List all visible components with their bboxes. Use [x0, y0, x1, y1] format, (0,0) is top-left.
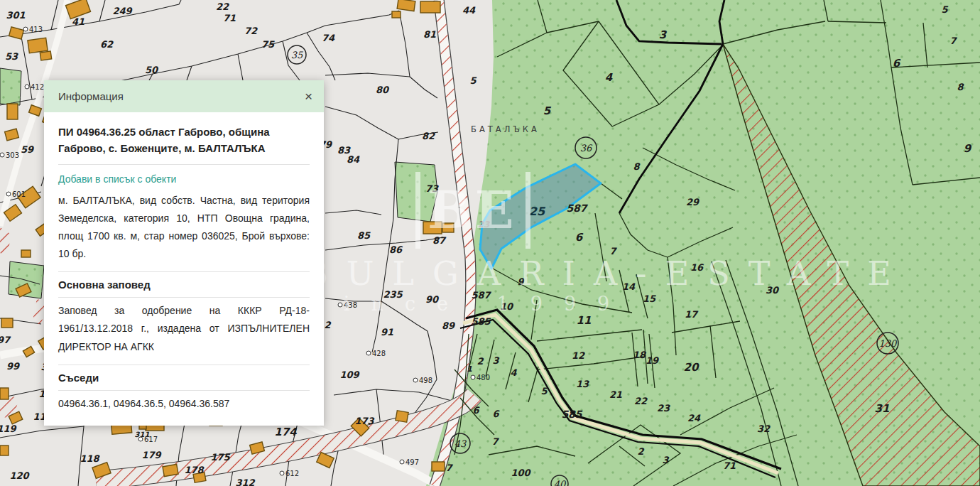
- parcel-label: 22: [216, 1, 229, 12]
- building: [7, 104, 18, 119]
- survey-point-icon: [138, 437, 143, 441]
- order-text: Заповед за одобрение на КККР РД-18-1961/…: [58, 302, 310, 356]
- building: [442, 223, 454, 232]
- parcel-label: 72: [244, 26, 258, 36]
- parcel-label: 3: [492, 355, 499, 366]
- parcel-label: 75: [261, 39, 275, 50]
- parcel-label: 23: [657, 403, 670, 414]
- parcel-label: 173: [354, 416, 374, 426]
- building: [423, 222, 442, 234]
- survey-point-label: 612: [285, 470, 299, 477]
- building: [28, 38, 48, 53]
- parcel-label: 174: [274, 426, 297, 438]
- building: [40, 51, 51, 60]
- parcel-label: 5: [543, 104, 552, 117]
- parcel-label: 6: [575, 231, 584, 244]
- parcel-label: 12: [572, 350, 585, 361]
- parcel-label: 119: [0, 423, 18, 434]
- massif-number: 40: [554, 479, 567, 486]
- parcel-label: 301: [6, 10, 25, 21]
- parcel-label: 71: [723, 460, 736, 471]
- survey-point-label: 303: [6, 151, 19, 159]
- info-popup-body: ПИ 04964.36.25 област Габрово, община Га…: [44, 112, 324, 426]
- massif-number: 130: [879, 338, 898, 349]
- massif-number: 43: [454, 438, 467, 449]
- parcel-label: 31: [875, 402, 890, 415]
- parcel-label: 99: [6, 361, 21, 372]
- parcel-label: 30: [766, 285, 780, 296]
- parcel-label: 3: [659, 28, 668, 41]
- survey-point-icon: [6, 192, 11, 196]
- survey-point-label: 497: [405, 458, 419, 466]
- survey-point-icon: [338, 303, 342, 307]
- parcel-heading: ПИ 04964.36.25 област Габрово, община Га…: [58, 124, 310, 165]
- close-icon[interactable]: ×: [305, 90, 312, 103]
- survey-point-label: 413: [29, 26, 43, 33]
- parcel-label: 2: [477, 356, 484, 367]
- parcel-label: 16: [690, 262, 704, 273]
- building: [0, 388, 9, 399]
- survey-point-icon: [0, 153, 4, 157]
- parcel-label: 5: [540, 386, 548, 396]
- parcel-label: 19: [646, 355, 660, 366]
- parcel-label: 249: [112, 6, 133, 16]
- survey-point-icon: [471, 375, 475, 379]
- parcel-label: 23: [478, 220, 491, 230]
- parcel-label: 11: [577, 314, 592, 327]
- add-to-list-link[interactable]: Добави в списък с обекти: [58, 173, 310, 185]
- parcel-label: 178: [184, 465, 205, 475]
- parcel-label: 2: [637, 446, 644, 457]
- info-popup-header: Информация ×: [44, 80, 324, 112]
- building: [1, 318, 13, 328]
- building: [21, 250, 31, 257]
- parcel-label: 100: [511, 468, 531, 478]
- parcel-label: 235: [383, 289, 403, 300]
- survey-point-icon: [280, 471, 284, 475]
- info-popup: Информация × ПИ 04964.36.25 област Габро…: [44, 80, 324, 426]
- parcel-label: 4: [605, 71, 613, 84]
- parcel-label: 74: [322, 33, 335, 43]
- survey-point-icon: [25, 85, 29, 89]
- parcel-label: 71: [223, 13, 236, 23]
- parcel-label: 109: [339, 369, 360, 380]
- massif-number: 35: [291, 50, 303, 60]
- parcel-label: 587: [471, 290, 491, 301]
- parcel-label: 62: [100, 39, 114, 50]
- parcel-label: 32: [757, 423, 771, 434]
- parcel-label: 179: [141, 450, 162, 460]
- parcel-label: 120: [9, 470, 30, 481]
- parcel-label: 22: [634, 396, 648, 406]
- survey-point-label: 412: [31, 83, 44, 91]
- locality-label: БАТАЛЪКА: [471, 124, 540, 134]
- parcel-label: 73: [425, 183, 439, 194]
- building: [432, 462, 445, 471]
- parcel-label: 90: [425, 294, 440, 305]
- survey-point-label: 617: [144, 436, 158, 443]
- parcel-label: 5: [941, 4, 948, 15]
- parcel-label: 10: [500, 301, 514, 312]
- parcel-label: 97: [0, 335, 11, 345]
- info-popup-title: Информация: [58, 90, 124, 102]
- parcel-label: 587: [566, 202, 588, 214]
- survey-point-label: 498: [419, 377, 432, 384]
- parcel-label: 175: [210, 452, 230, 463]
- survey-point-icon: [400, 460, 404, 464]
- parcel-label: 80: [376, 85, 390, 95]
- building: [163, 464, 178, 476]
- parcel-label: 81: [423, 29, 436, 40]
- building: [392, 11, 401, 18]
- parcel-label: 20: [684, 361, 699, 374]
- building: [420, 1, 440, 13]
- building: [0, 446, 9, 455]
- order-section-title: Основна заповед: [58, 271, 310, 298]
- survey-point-label: 480: [477, 374, 490, 382]
- parcel-label: 24: [687, 413, 701, 423]
- parcel-label: 87: [432, 235, 447, 246]
- parcel-label: 4: [510, 367, 517, 378]
- parcel-label: 82: [422, 131, 435, 141]
- parcel-label: 44: [462, 5, 476, 16]
- parcel-details: м. БАЛТАЛЪКА, вид собств. Частна, вид те…: [58, 192, 310, 264]
- parcel-label: 17: [685, 309, 699, 320]
- parcel-label: 21: [609, 389, 622, 400]
- survey-point-label: 438: [344, 301, 357, 309]
